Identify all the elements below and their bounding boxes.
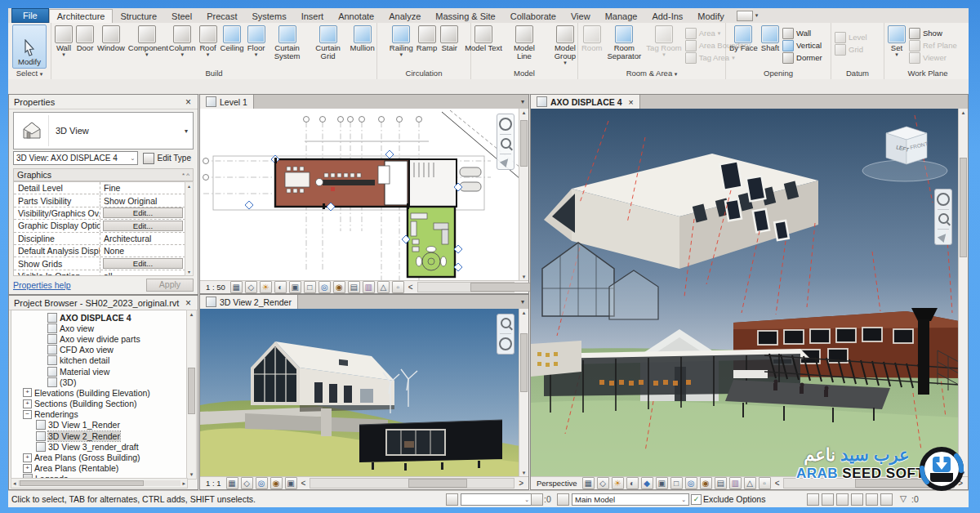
reveal-constraints-icon[interactable]: ▫ [759, 477, 771, 489]
browser-item-axo-view-divide-parts[interactable]: Axo view divide parts [11, 333, 187, 344]
type-selector-arrow-icon[interactable]: ▾ [180, 127, 193, 135]
expand-icon[interactable]: + [23, 388, 32, 397]
prop-row-visible-in-option[interactable]: Visible In Optionall [14, 270, 185, 276]
ref-plane-button[interactable]: Ref Plane [907, 39, 959, 51]
browser-item-material-view[interactable]: Material view [11, 366, 187, 377]
panel-room-area-label[interactable]: Room & Area ▾ [578, 69, 725, 79]
area-button[interactable]: Area▾ [684, 27, 752, 39]
temporary-hide-icon[interactable]: ◎ [685, 477, 697, 489]
browser-hscrollbar[interactable]: ◂ ▸ [11, 478, 188, 488]
analytical-model-icon[interactable]: △ [377, 281, 390, 293]
browser-item-kitchen-detail[interactable]: kitchen detail [11, 355, 187, 366]
browser-item-cfd-axo-view[interactable]: CFD Axo view [11, 345, 187, 355]
room-separator-button[interactable]: Room Separator [604, 25, 644, 61]
set-button[interactable]: Set▾ [886, 25, 907, 58]
edit-show-grids-button[interactable]: Edit... [103, 258, 183, 269]
view-selector-combo[interactable]: 3D View: AXO DISPLACE 4⌄ [13, 151, 138, 165]
visual-style-icon[interactable]: ◇ [245, 281, 257, 293]
pan-icon[interactable] [938, 231, 949, 243]
pan-icon[interactable] [500, 156, 511, 167]
curtain-grid-button[interactable]: Curtain Grid [308, 25, 349, 61]
mullion-button[interactable]: Mullion [349, 25, 376, 53]
tag-room-button[interactable]: Tag Room▾ [644, 25, 683, 58]
shadows-icon[interactable]: ◐ [626, 477, 639, 489]
area-boundary-button[interactable]: Area Boundary [684, 39, 752, 51]
pan-left-icon[interactable]: < [773, 479, 782, 488]
edit-visibility-button[interactable]: Edit... [103, 207, 183, 218]
tab-collaborate[interactable]: Collaborate [503, 10, 564, 23]
tab-systems[interactable]: Systems [244, 10, 293, 23]
browser-item-3d[interactable]: (3D) [11, 377, 187, 387]
selection-filter-icon[interactable]: ▽ [900, 493, 906, 503]
prop-row-detail-level[interactable]: Detail LevelFine [14, 182, 185, 194]
worksets-icon[interactable] [446, 493, 458, 506]
detail-level-icon[interactable]: ▦ [230, 281, 243, 293]
level-button[interactable]: Level [833, 31, 869, 43]
room-button[interactable]: Room [580, 25, 604, 53]
visual-style-icon[interactable]: ◇ [241, 477, 253, 489]
prop-row-graphic-display[interactable]: Graphic Display Optio...Edit... [14, 220, 185, 232]
browser-item-renderings[interactable]: −Renderings [11, 409, 187, 420]
zoom-icon[interactable] [501, 318, 511, 328]
sun-path-icon[interactable]: ☀ [612, 477, 624, 489]
browser-vscrollbar[interactable]: ▴ ▾ [186, 310, 197, 480]
expand-icon[interactable]: + [23, 464, 32, 473]
tab-level-1[interactable]: Level 1 [200, 95, 254, 109]
crop-view-icon[interactable]: ▣ [285, 477, 297, 489]
show-crop-icon[interactable]: □ [670, 477, 683, 489]
crop-view-icon[interactable]: ▣ [656, 477, 668, 489]
browser-item-sections[interactable]: +Sections (Building Section) [11, 399, 187, 409]
visual-style-icon[interactable]: ◇ [597, 477, 609, 489]
crop-view-icon[interactable]: ▣ [289, 281, 301, 293]
vertical-opening-button[interactable]: Vertical [781, 39, 824, 51]
railing-button[interactable]: Railing▾ [388, 25, 415, 58]
stair-button[interactable]: Stair [439, 25, 460, 53]
render-navigation-bar[interactable] [497, 314, 514, 355]
graphics-section-header[interactable]: Graphics* ^ [13, 168, 194, 181]
reveal-constraints-icon[interactable]: ▫ [392, 281, 404, 293]
steering-wheel-icon[interactable] [937, 193, 950, 206]
edit-graphic-display-button[interactable]: Edit... [103, 221, 183, 231]
select-by-face-icon[interactable] [851, 493, 863, 506]
axo-navigation-bar[interactable] [934, 189, 952, 245]
temporary-view-properties-icon[interactable]: ▥ [729, 477, 742, 489]
tab-list-arrow-icon[interactable]: ▾ [517, 298, 528, 306]
render-hscrollbar[interactable] [310, 478, 514, 488]
window-button[interactable]: Window [96, 25, 127, 53]
sun-path-icon[interactable]: ☀ [260, 281, 272, 293]
plan-canvas[interactable] [200, 109, 519, 281]
design-options-icon[interactable] [557, 493, 569, 506]
expand-icon[interactable]: + [23, 399, 32, 408]
shaft-button[interactable]: Shaft [760, 25, 781, 53]
properties-close-icon[interactable]: × [184, 96, 193, 108]
tab-steel[interactable]: Steel [164, 10, 199, 23]
tab-file[interactable]: File [11, 8, 49, 23]
panel-select-label[interactable]: Select ▾ [8, 69, 51, 79]
select-underlay-icon[interactable] [822, 493, 834, 506]
design-option-combo[interactable]: Main Model⌄ [572, 493, 689, 506]
show-crop-icon[interactable]: □ [304, 281, 316, 293]
browser-item-3d-view-2-render[interactable]: 3D View 2_Render [11, 430, 187, 441]
pan-left-icon[interactable]: < [407, 283, 415, 292]
modify-button[interactable]: Modify [12, 25, 47, 69]
prop-row-parts-visibility[interactable]: Parts VisibilityShow Original [14, 194, 185, 207]
browser-item-elevations[interactable]: +Elevations (Building Elevation) [11, 387, 187, 398]
browser-item-area-plans-gross[interactable]: +Area Plans (Gross Building) [11, 452, 187, 462]
column-button[interactable]: Column▾ [167, 25, 198, 58]
temporary-hide-icon[interactable]: ◎ [318, 281, 331, 293]
ceiling-button[interactable]: Ceiling [219, 25, 246, 53]
exclude-options-checkbox[interactable]: ✓ [691, 494, 702, 505]
browser-item-area-plans-rentable[interactable]: +Area Plans (Rentable) [11, 463, 187, 474]
prop-row-visibility-graphics[interactable]: Visibility/Graphics Ov...Edit... [14, 207, 185, 220]
tab-axo-displace-4[interactable]: AXO DISPLACE 4× [531, 95, 640, 109]
browser-item-3d-view-3-render-draft[interactable]: 3D View 3_render_draft [11, 441, 187, 452]
tab-annotate[interactable]: Annotate [331, 10, 381, 23]
pan-right-icon[interactable]: > [956, 479, 964, 488]
tab-architecture[interactable]: Architecture [49, 9, 114, 23]
reveal-hidden-icon[interactable]: ◉ [333, 281, 345, 293]
axo-hscrollbar[interactable] [783, 478, 954, 488]
collapse-icon[interactable]: − [23, 410, 32, 419]
prop-row-show-grids[interactable]: Show GridsEdit... [14, 257, 185, 270]
tab-analyze[interactable]: Analyze [381, 10, 428, 23]
tab-add-ins[interactable]: Add-Ins [644, 10, 690, 23]
